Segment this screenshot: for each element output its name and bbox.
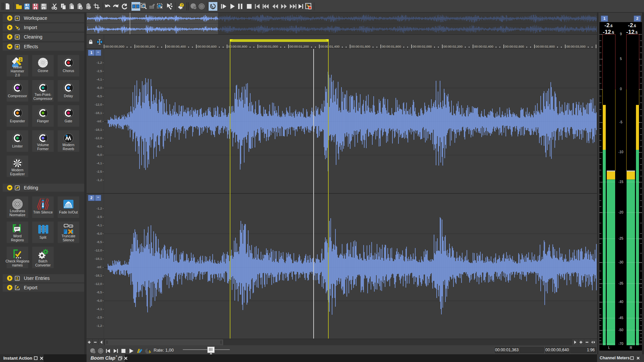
svg-text:F: F xyxy=(71,225,72,227)
svg-text:?: ? xyxy=(35,3,37,6)
svg-text:2: 2 xyxy=(19,58,21,62)
